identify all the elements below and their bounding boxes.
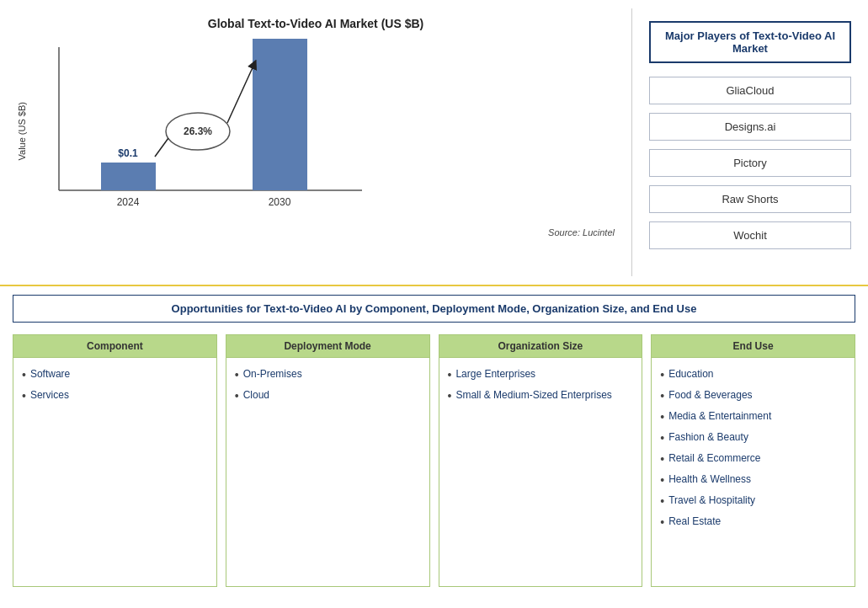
player-item-gliacloud: GliaCloud — [649, 77, 851, 104]
chart-area: Global Text-to-Video AI Market (US $B) V… — [0, 8, 632, 276]
deployment-item-onpremises: • On-Premises — [235, 366, 421, 384]
svg-line-10 — [227, 64, 254, 123]
orgsize-item-large: • Large Enterprises — [448, 366, 634, 384]
players-panel-title: Major Players of Text-to-Video AI Market — [649, 21, 851, 63]
enduse-item-text: Fashion & Beauty — [668, 429, 748, 445]
deployment-column: Deployment Mode • On-Premises • Cloud — [226, 334, 430, 587]
enduse-header: End Use — [652, 335, 855, 358]
players-panel: Major Players of Text-to-Video AI Market… — [632, 8, 868, 276]
enduse-item-retail: • Retail & Ecommerce — [660, 451, 846, 468]
bullet-icon: • — [660, 451, 664, 468]
component-item-text: Software — [30, 366, 70, 381]
enduse-item-realestate: • Real Estate — [660, 514, 846, 531]
component-column: Component • Software • Services — [13, 334, 217, 587]
enduse-column: End Use • Education • Food & Beverages •… — [651, 334, 855, 587]
deployment-item-text: Cloud — [243, 387, 269, 403]
player-item-raw-shorts: Raw Shorts — [649, 185, 851, 213]
orgsize-body: • Large Enterprises • Small & Medium-Siz… — [439, 358, 642, 417]
component-header: Component — [13, 335, 216, 358]
orgsize-column: Organization Size • Large Enterprises • … — [439, 334, 643, 587]
player-item-designs-ai: Designs.ai — [649, 113, 851, 141]
player-item-pictory: Pictory — [649, 149, 851, 177]
bullet-icon: • — [235, 366, 239, 384]
orgsize-item-text: Small & Medium-Sized Enterprises — [455, 387, 611, 403]
bullet-icon: • — [660, 514, 664, 531]
chart-title: Global Text-to-Video AI Market (US $B) — [208, 17, 423, 30]
enduse-item-text: Travel & Hospitality — [668, 493, 755, 508]
chart-wrapper: Value (US $B) $0.1 — [17, 39, 615, 224]
chart-content: $0.1 $0.6 2024 2030 26.3% — [34, 39, 615, 224]
svg-text:26.3%: 26.3% — [184, 125, 212, 137]
bullet-icon: • — [22, 366, 26, 384]
enduse-body: • Education • Food & Beverages • Media &… — [652, 358, 855, 543]
svg-text:$0.1: $0.1 — [118, 147, 138, 159]
enduse-item-media: • Media & Entertainment — [660, 408, 846, 426]
svg-text:2024: 2024 — [117, 196, 140, 208]
enduse-item-text: Retail & Ecommerce — [668, 451, 760, 466]
source-text: Source: Lucintel — [548, 227, 615, 237]
deployment-header: Deployment Mode — [226, 335, 429, 358]
svg-point-8 — [166, 113, 230, 150]
bullet-icon: • — [660, 366, 664, 384]
enduse-item-text: Health & Wellness — [668, 472, 751, 487]
enduse-item-text: Media & Entertainment — [668, 408, 771, 424]
bullet-icon: • — [660, 408, 664, 426]
bullet-icon: • — [660, 493, 664, 510]
bullet-icon: • — [235, 387, 239, 405]
opportunities-title: Opportunities for Text-to-Video AI by Co… — [13, 295, 855, 323]
bullet-icon: • — [660, 429, 664, 447]
enduse-item-text: Real Estate — [668, 514, 721, 529]
chart-annotation-svg: $0.1 $0.6 2024 2030 26.3% — [34, 39, 387, 224]
player-item-wochit: Wochit — [649, 221, 851, 249]
deployment-body: • On-Premises • Cloud — [226, 358, 429, 417]
orgsize-item-text: Large Enterprises — [455, 366, 535, 381]
enduse-item-food: • Food & Beverages — [660, 387, 846, 405]
enduse-item-fashion: • Fashion & Beauty — [660, 429, 846, 447]
deployment-item-cloud: • Cloud — [235, 387, 421, 405]
bullet-icon: • — [448, 366, 452, 384]
deployment-item-text: On-Premises — [243, 366, 302, 381]
enduse-item-text: Education — [668, 366, 713, 381]
bottom-section: Opportunities for Text-to-Video AI by Co… — [0, 286, 868, 608]
svg-text:2030: 2030 — [269, 196, 291, 208]
component-item-software: • Software — [22, 366, 208, 384]
enduse-item-travel: • Travel & Hospitality — [660, 493, 846, 510]
orgsize-item-sme: • Small & Medium-Sized Enterprises — [448, 387, 634, 405]
opportunities-grid: Component • Software • Services Deployme… — [13, 334, 855, 587]
svg-rect-4 — [253, 39, 307, 190]
component-item-services: • Services — [22, 387, 208, 405]
bullet-icon: • — [660, 387, 664, 405]
top-section: Global Text-to-Video AI Market (US $B) V… — [0, 0, 868, 286]
svg-line-11 — [155, 138, 168, 157]
bullet-icon: • — [660, 472, 664, 489]
component-item-text: Services — [30, 387, 69, 403]
component-body: • Software • Services — [13, 358, 216, 417]
svg-rect-2 — [101, 163, 156, 190]
enduse-item-education: • Education — [660, 366, 846, 384]
y-axis-label: Value (US $B) — [17, 102, 27, 161]
main-container: Global Text-to-Video AI Market (US $B) V… — [0, 0, 868, 608]
bullet-icon: • — [448, 387, 452, 405]
enduse-item-text: Food & Beverages — [668, 387, 752, 403]
bullet-icon: • — [22, 387, 26, 405]
enduse-item-health: • Health & Wellness — [660, 472, 846, 489]
orgsize-header: Organization Size — [439, 335, 642, 358]
